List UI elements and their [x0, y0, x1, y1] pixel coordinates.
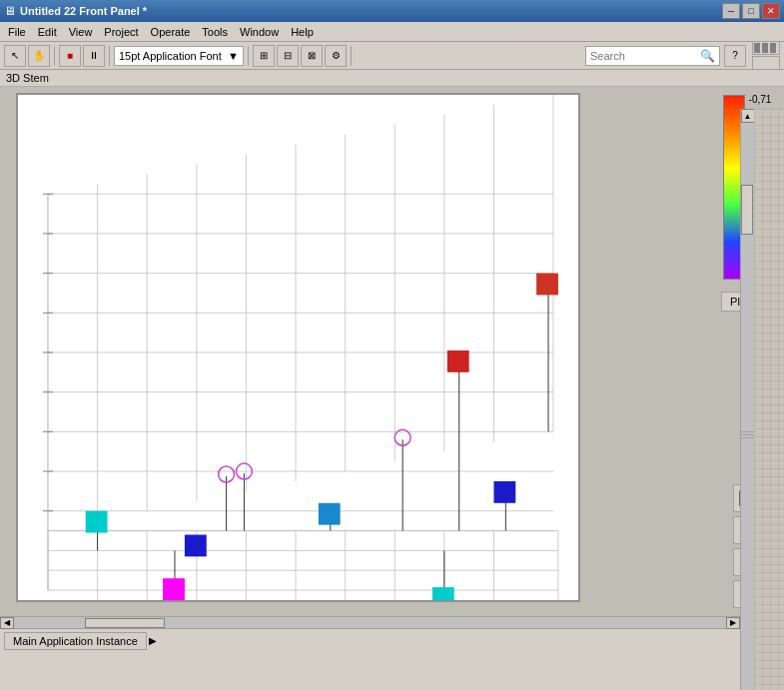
hand-tool-button[interactable]: ✋ — [28, 45, 50, 67]
main-instance-tab[interactable]: Main Application Instance — [4, 632, 147, 650]
svg-rect-54 — [185, 535, 207, 557]
title-bar: 🖥 Untitled 22 Front Panel * ─ □ ✕ — [0, 0, 784, 22]
3d-stem-plot — [18, 95, 578, 600]
font-dropdown[interactable]: 15pt Application Font ▼ — [114, 46, 244, 66]
svg-rect-68 — [447, 350, 469, 372]
menu-bar: File Edit View Project Operate Tools Win… — [0, 22, 784, 42]
svg-rect-70 — [536, 274, 558, 296]
main-content: -0,71 -0,36 -0,00 Plot ▼ A↔ A↕ ✛ — [0, 87, 784, 616]
menu-project[interactable]: Project — [98, 24, 144, 40]
right-grid-panel — [754, 109, 784, 690]
horizontal-scrollbar[interactable]: ◀ ▶ — [0, 616, 784, 628]
align-button[interactable]: ⊞ — [253, 45, 275, 67]
status-bar: Main Application Instance ▶ — [0, 628, 784, 652]
app-icon: 🖥 — [4, 4, 16, 18]
close-button[interactable]: ✕ — [762, 3, 780, 19]
svg-rect-52 — [163, 578, 185, 600]
settings-button[interactable]: ⚙ — [325, 45, 347, 67]
distribute-button[interactable]: ⊟ — [277, 45, 299, 67]
toolbar-separator-3 — [248, 46, 249, 66]
nav-arrow-icon[interactable]: ▶ — [149, 635, 157, 646]
svg-rect-50 — [86, 511, 108, 533]
menu-tools[interactable]: Tools — [196, 24, 234, 40]
toolbar-separator-1 — [54, 46, 55, 66]
breadcrumb-text: 3D Stem — [6, 72, 49, 84]
toolbar: ↖ ✋ ■ ⏸ 15pt Application Font ▼ ⊞ ⊟ ⊠ ⚙ … — [0, 42, 784, 70]
maximize-button[interactable]: □ — [742, 3, 760, 19]
pause-button[interactable]: ⏸ — [83, 45, 105, 67]
menu-operate[interactable]: Operate — [145, 24, 197, 40]
left-margin — [0, 87, 10, 616]
search-icon[interactable]: 🔍 — [700, 49, 715, 63]
dropdown-arrow-icon: ▼ — [228, 50, 239, 62]
arrow-tool-button[interactable]: ↖ — [4, 45, 26, 67]
font-name: 15pt Application Font — [119, 50, 222, 62]
stop-button[interactable]: ■ — [59, 45, 81, 67]
scale-max-label: -0,71 — [749, 94, 772, 105]
breadcrumb: 3D Stem — [0, 70, 784, 87]
toolbar-separator-4 — [351, 46, 352, 66]
menu-window[interactable]: Window — [234, 24, 285, 40]
scroll-right-button[interactable]: ▶ — [726, 617, 740, 629]
search-input[interactable] — [590, 50, 700, 62]
plot-container[interactable] — [16, 93, 580, 602]
svg-rect-64 — [432, 587, 454, 600]
window-controls: ─ □ ✕ — [722, 3, 780, 19]
scroll-left-button[interactable]: ◀ — [0, 617, 14, 629]
title-text: Untitled 22 Front Panel * — [20, 5, 722, 17]
menu-view[interactable]: View — [63, 24, 99, 40]
scrollbar-right[interactable]: ▲ ▼ — [740, 109, 754, 690]
status-tab-label: Main Application Instance — [13, 635, 138, 647]
menu-edit[interactable]: Edit — [32, 24, 63, 40]
center-area — [10, 87, 712, 616]
scroll-up-button[interactable]: ▲ — [741, 109, 755, 123]
menu-help[interactable]: Help — [285, 24, 320, 40]
menu-file[interactable]: File — [2, 24, 32, 40]
resize-button[interactable]: ⊠ — [301, 45, 323, 67]
help-button[interactable]: ? — [724, 45, 746, 67]
toolbar-separator-2 — [109, 46, 110, 66]
svg-rect-60 — [319, 503, 341, 525]
svg-rect-66 — [493, 481, 515, 503]
minimize-button[interactable]: ─ — [722, 3, 740, 19]
